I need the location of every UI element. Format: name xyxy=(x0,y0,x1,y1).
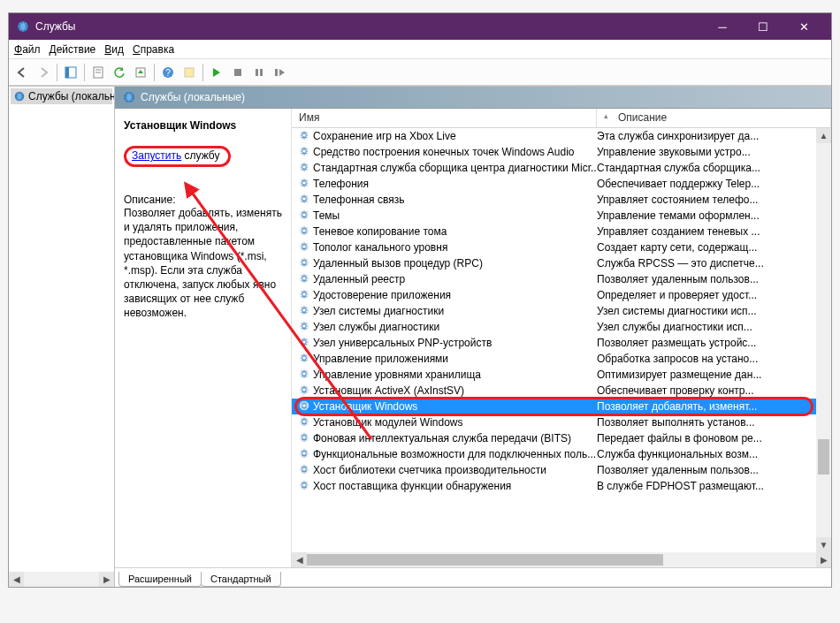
svg-point-59 xyxy=(302,467,306,471)
gear-icon xyxy=(298,177,310,192)
list-header: Имя ▴ Описание xyxy=(292,109,831,128)
start-service-button[interactable] xyxy=(207,63,226,82)
service-row[interactable]: Сохранение игр на Xbox LiveЭта служба си… xyxy=(292,128,831,144)
service-name: Стандартная служба сборщика центра диагн… xyxy=(313,162,597,174)
vscroll-thumb[interactable] xyxy=(818,439,829,475)
service-description: Позволяет добавлять, изменят... xyxy=(597,400,831,413)
gear-icon xyxy=(298,193,310,208)
gear-icon xyxy=(298,352,310,367)
help-button[interactable]: ? xyxy=(158,63,178,82)
refresh-button[interactable] xyxy=(110,63,129,82)
service-description: Стандартная служба сборщика... xyxy=(597,162,831,174)
service-row[interactable]: Управление уровнями хранилищаОптимизируе… xyxy=(292,367,831,383)
service-row[interactable]: Узел системы диагностикиУзел системы диа… xyxy=(292,303,831,319)
svg-rect-9 xyxy=(185,68,194,77)
svg-point-53 xyxy=(302,420,306,423)
service-name: Средство построения конечных точек Windo… xyxy=(313,146,574,158)
service-row[interactable]: Удаленный реестрПозволяет удаленным поль… xyxy=(292,271,831,287)
properties-button[interactable] xyxy=(88,63,108,82)
service-name: Сохранение игр на Xbox Live xyxy=(313,130,456,142)
menubar: Файл Действие Вид Справка xyxy=(9,40,831,59)
menu-help[interactable]: Справка xyxy=(133,43,174,56)
column-description[interactable]: Описание xyxy=(611,109,831,127)
svg-rect-11 xyxy=(256,69,258,76)
services-icon xyxy=(16,19,30,34)
export-button[interactable] xyxy=(131,63,150,82)
svg-point-35 xyxy=(302,277,306,280)
tab-extended[interactable]: Расширенный xyxy=(118,572,202,587)
service-description: Управляет созданием теневых ... xyxy=(597,225,831,238)
menu-view[interactable]: Вид xyxy=(104,43,124,56)
svg-point-61 xyxy=(302,483,306,487)
service-row[interactable]: Удаленный вызов процедур (RPC)Служба RPC… xyxy=(292,255,831,271)
svg-text:?: ? xyxy=(165,68,171,78)
tab-standard[interactable]: Стандартный xyxy=(201,572,281,587)
maximize-button[interactable]: ☐ xyxy=(743,13,783,40)
menu-file[interactable]: Файл xyxy=(14,43,41,56)
list-hscroll[interactable]: ◀ ▶ xyxy=(292,552,831,567)
service-row[interactable]: Функциональные возможности для подключен… xyxy=(292,446,831,462)
service-row[interactable]: Установщик WindowsПозволяет добавлять, и… xyxy=(292,399,831,414)
service-row[interactable]: Телефонная связьУправляет состоянием тел… xyxy=(292,192,831,208)
scroll-right-icon[interactable]: ▶ xyxy=(816,552,831,567)
stop-service-button[interactable] xyxy=(228,63,248,82)
scroll-right-icon[interactable]: ▶ xyxy=(99,572,114,587)
sort-indicator-icon: ▴ xyxy=(597,109,611,127)
gear-icon xyxy=(298,336,310,351)
help-topics-button[interactable] xyxy=(179,63,199,82)
list-vscroll[interactable]: ▲ ▼ xyxy=(816,128,831,552)
nav-tree: Службы (локальные) ◀ ▶ xyxy=(9,87,115,587)
service-row[interactable]: Стандартная служба сборщика центра диагн… xyxy=(292,160,831,176)
service-row[interactable]: Средство построения конечных точек Windo… xyxy=(292,144,831,160)
close-button[interactable]: ✕ xyxy=(783,13,824,40)
tree-node-services-local[interactable]: Службы (локальные) xyxy=(11,88,112,104)
scroll-left-icon[interactable]: ◀ xyxy=(292,552,307,567)
services-icon xyxy=(122,90,136,104)
back-button[interactable] xyxy=(12,63,32,82)
pause-service-button[interactable] xyxy=(249,63,269,82)
scroll-left-icon[interactable]: ◀ xyxy=(9,572,24,587)
service-row[interactable]: Фоновая интеллектуальная служба передачи… xyxy=(292,430,831,446)
service-row[interactable]: Хост поставщика функции обнаруженияВ слу… xyxy=(292,478,831,494)
service-row[interactable]: Установщик модулей WindowsПозволяет выпо… xyxy=(292,414,831,430)
service-row[interactable]: Хост библиотеки счетчика производительно… xyxy=(292,462,831,478)
service-description: Управление темами оформлен... xyxy=(597,209,831,222)
gear-icon xyxy=(298,463,310,478)
service-row[interactable]: Узел службы диагностикиУзел службы диагн… xyxy=(292,319,831,335)
service-row[interactable]: Теневое копирование томаУправляет создан… xyxy=(292,224,831,239)
column-name[interactable]: Имя xyxy=(292,109,597,127)
show-hide-tree-button[interactable] xyxy=(61,63,80,82)
scroll-up-icon[interactable]: ▲ xyxy=(816,128,831,143)
forward-button[interactable] xyxy=(34,63,53,82)
service-row[interactable]: Тополог канального уровняСоздает карту с… xyxy=(292,239,831,255)
scroll-down-icon[interactable]: ▼ xyxy=(816,537,831,552)
gear-icon xyxy=(298,145,310,160)
service-row[interactable]: Узел универсальных PNP-устройствПозволяе… xyxy=(292,335,831,351)
service-row[interactable]: ТелефонияОбеспечивает поддержку Telep... xyxy=(292,176,831,192)
start-service-link[interactable]: Запустить xyxy=(132,149,181,162)
service-row[interactable]: Удостоверение приложенияОпределяет и про… xyxy=(292,287,831,303)
gear-icon xyxy=(298,368,310,383)
pane-header-title: Службы (локальные) xyxy=(141,91,245,103)
service-description: Служба RPCSS — это диспетче... xyxy=(597,257,831,270)
tree-hscroll[interactable]: ◀ ▶ xyxy=(9,572,114,587)
service-description: Позволяет выполнять установ... xyxy=(597,416,831,429)
svg-point-55 xyxy=(302,436,306,439)
description-label: Описание: xyxy=(124,194,282,206)
menu-action[interactable]: Действие xyxy=(50,43,96,56)
service-name: Установщик Windows xyxy=(313,400,417,413)
svg-point-45 xyxy=(302,356,306,360)
highlight-start-link: Запустить службу xyxy=(124,146,231,167)
svg-point-23 xyxy=(302,181,306,185)
service-row[interactable]: Установщик ActiveX (AxInstSV)Обеспечивае… xyxy=(292,383,831,399)
hscroll-thumb[interactable] xyxy=(307,554,663,566)
toolbar: ? xyxy=(9,59,831,86)
service-row[interactable]: ТемыУправление темами оформлен... xyxy=(292,208,831,224)
restart-service-button[interactable] xyxy=(271,63,290,82)
svg-point-29 xyxy=(302,229,306,232)
service-row[interactable]: Управление приложениямиОбработка запросо… xyxy=(292,351,831,367)
service-description: Управление звуковыми устро... xyxy=(597,146,831,158)
gear-icon xyxy=(298,288,310,303)
service-description: В службе FDPHOST размещают... xyxy=(597,480,831,492)
minimize-button[interactable]: ─ xyxy=(702,13,743,40)
